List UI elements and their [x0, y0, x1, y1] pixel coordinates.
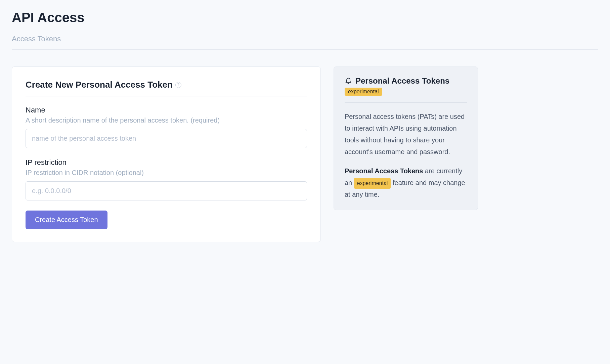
card-header: Create New Personal Access Token ? [26, 80, 307, 96]
info-panel: Personal Access Tokens experimental Pers… [334, 66, 478, 210]
tab-access-tokens[interactable]: Access Tokens [12, 35, 61, 49]
panel-title: Personal Access Tokens [355, 76, 449, 86]
create-token-card: Create New Personal Access Token ? Name … [12, 66, 321, 242]
panel-title-row: Personal Access Tokens [345, 76, 467, 86]
form-group-name: Name A short description name of the per… [26, 106, 307, 148]
panel-header: Personal Access Tokens experimental [345, 76, 467, 103]
name-help: A short description name of the personal… [26, 117, 307, 124]
bell-icon [345, 77, 352, 85]
ip-input[interactable] [26, 181, 307, 200]
panel-paragraph-2: Personal Access Tokens are currently an … [345, 165, 467, 200]
name-input[interactable] [26, 129, 307, 148]
help-icon[interactable]: ? [175, 82, 181, 88]
experimental-badge: experimental [345, 88, 382, 96]
name-label: Name [26, 106, 307, 115]
page-title: API Access [12, 10, 598, 25]
panel-paragraph-1: Personal access tokens (PATs) are used t… [345, 111, 467, 158]
ip-help: IP restriction in CIDR notation (optiona… [26, 169, 307, 177]
tab-bar: Access Tokens [12, 35, 598, 50]
content-row: Create New Personal Access Token ? Name … [12, 66, 598, 242]
experimental-inline-badge: experimental [354, 178, 391, 189]
ip-label: IP restriction [26, 158, 307, 167]
panel-body: Personal access tokens (PATs) are used t… [345, 111, 467, 200]
card-title: Create New Personal Access Token [26, 80, 173, 90]
create-token-button[interactable]: Create Access Token [26, 211, 107, 229]
panel-p2-strong: Personal Access Tokens [345, 167, 423, 175]
form-group-ip: IP restriction IP restriction in CIDR no… [26, 158, 307, 200]
